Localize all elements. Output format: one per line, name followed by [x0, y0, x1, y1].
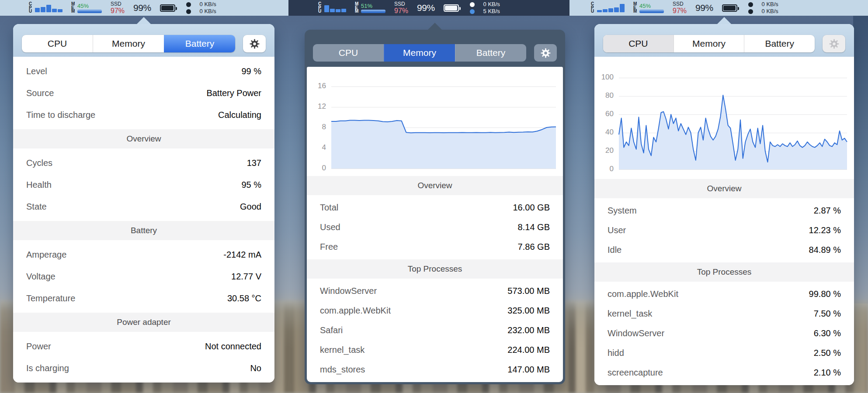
cpu-panel-header: CPUMemoryBattery: [594, 24, 854, 57]
stat-row: Idle84.89 %: [594, 240, 854, 260]
cpu-mini-bar: [608, 8, 613, 12]
stat-row: Temperature30.58 °C: [13, 287, 274, 309]
section-rows: Amperage-2142 mAVoltage12.77 VTemperatur…: [13, 240, 274, 313]
row-value: 573.00 MB: [507, 286, 550, 296]
wallpaper-shadow: [853, 16, 868, 303]
row-value: 224.00 MB: [507, 345, 550, 355]
settings-button[interactable]: [243, 35, 266, 52]
row-value: 12.23 %: [809, 225, 841, 235]
battery-nub: [738, 7, 739, 10]
section-rows: Cycles137Health95 %StateGood: [13, 148, 274, 221]
row-value: 99 %: [241, 66, 261, 76]
network-speed-widget[interactable]: 0 KB/s 0 KB/s: [762, 1, 778, 15]
stat-row: com.apple.WebKit325.00 MB: [307, 301, 563, 321]
download-dot-icon: [186, 9, 191, 14]
row-value: 6.30 %: [814, 328, 841, 338]
tab-memory[interactable]: Memory: [674, 35, 744, 52]
stat-row: Cycles137: [13, 152, 274, 174]
battery-fill: [445, 6, 458, 10]
stats-menubar-widgets-1[interactable]: CPU MEM 45% SSD 97% 99% 0 KB/s 0 KB/s: [29, 0, 216, 16]
battery-fill: [161, 6, 174, 10]
menubar-memory-widget[interactable]: MEM 45%: [633, 2, 664, 14]
cpu-mini-bar: [597, 10, 602, 12]
stat-row: Voltage12.77 V: [13, 265, 274, 287]
menubar-cpu-widget[interactable]: CPU: [591, 2, 625, 14]
settings-button[interactable]: [534, 44, 557, 62]
stats-menubar-widgets-3[interactable]: CPU MEM 45% SSD 97% 99% 0 KB/s 0 KB/s: [591, 0, 778, 16]
tab-cpu[interactable]: CPU: [313, 44, 384, 62]
network-speed-widget[interactable]: 0 KB/s 0 KB/s: [200, 1, 216, 15]
stat-row: com.apple.WebKit99.80 %: [594, 284, 854, 304]
row-value: 7.50 %: [814, 309, 841, 319]
network-activity-dots[interactable]: [470, 2, 475, 14]
tab-battery[interactable]: Battery: [164, 35, 235, 52]
settings-button[interactable]: [823, 35, 845, 52]
memory-popover: CPUMemoryBattery 1612840 OverviewTotal16…: [305, 30, 565, 384]
row-value: 232.00 MB: [507, 325, 550, 335]
battery-icon[interactable]: [444, 4, 459, 12]
row-label: screencapture: [608, 368, 663, 378]
menubar-memory-widget[interactable]: MEM 45%: [71, 2, 102, 14]
network-activity-dots[interactable]: [748, 2, 753, 14]
stat-row: User12.23 %: [594, 221, 854, 240]
menubar-ssd-widget[interactable]: SSD 97%: [394, 1, 408, 14]
desktop: { "menubar": { "segments": [ { "theme": …: [0, 0, 868, 393]
stat-row: Safari232.00 MB: [307, 321, 563, 340]
tab-bar: CPUMemoryBattery: [22, 35, 235, 52]
section-rows: com.apple.WebKit99.80 %kernel_task7.50 %…: [594, 282, 854, 385]
tab-memory[interactable]: Memory: [93, 35, 164, 52]
cpu-vertical-label: CPU: [318, 2, 323, 14]
row-value: 7.86 GB: [518, 242, 550, 252]
row-label: Power: [26, 341, 51, 352]
row-value: 12.77 V: [231, 272, 261, 282]
tab-battery[interactable]: Battery: [744, 35, 815, 52]
section-header: Overview: [307, 176, 563, 195]
row-label: Level: [26, 66, 47, 76]
stats-menubar-widgets-2[interactable]: CPU MEM 51% SSD 97% 99% 0 KB/s 5 KB/s: [318, 0, 500, 16]
stat-row: Used8.14 GB: [307, 217, 563, 237]
network-speed-widget[interactable]: 0 KB/s 5 KB/s: [483, 1, 500, 15]
chart-series: [331, 67, 556, 176]
stat-row: WindowServer573.00 MB: [307, 281, 563, 301]
cpu-mini-bar: [341, 9, 346, 12]
row-value: 325.00 MB: [507, 306, 550, 316]
row-value: 137: [247, 158, 261, 168]
stat-row: Amperage-2142 mA: [13, 244, 274, 265]
gear-icon: [540, 47, 552, 59]
download-dot-icon: [470, 9, 475, 14]
row-label: mds_stores: [320, 365, 365, 375]
battery-icon[interactable]: [160, 4, 175, 12]
ssd-label: SSD: [394, 1, 405, 7]
row-value: 2.10 %: [814, 368, 841, 378]
section-header: Overview: [13, 129, 274, 148]
battery-panel-body: Level99 %SourceBattery PowerTime to disc…: [13, 57, 274, 383]
tab-battery[interactable]: Battery: [455, 44, 526, 62]
cpu-mini-bar: [35, 8, 40, 12]
tab-memory[interactable]: Memory: [384, 44, 455, 62]
tab-cpu[interactable]: CPU: [603, 35, 674, 52]
battery-icon[interactable]: [722, 4, 737, 12]
stat-row: System2.87 %: [594, 201, 854, 221]
menubar-ssd-widget[interactable]: SSD 97%: [111, 1, 125, 14]
y-tick-label: 4: [307, 143, 326, 152]
row-label: Health: [26, 180, 52, 190]
battery-percent[interactable]: 99%: [695, 3, 713, 13]
row-label: kernel_task: [608, 309, 652, 319]
cpu-mini-bar: [324, 5, 329, 12]
menubar-ssd-widget[interactable]: SSD 97%: [673, 1, 687, 14]
menubar-memory-widget[interactable]: MEM 51%: [355, 2, 385, 14]
stat-row: SourceBattery Power: [13, 82, 274, 104]
battery-percent[interactable]: 99%: [417, 3, 435, 13]
stat-row: PowerNot connected: [13, 335, 274, 357]
network-activity-dots[interactable]: [186, 2, 191, 14]
y-tick-label: 0: [307, 164, 326, 172]
row-value: -2142 mA: [223, 250, 261, 260]
row-value: 2.87 %: [814, 206, 841, 216]
tab-cpu[interactable]: CPU: [22, 35, 93, 52]
menubar-cpu-widget[interactable]: CPU: [29, 2, 62, 14]
cpu-mini-bar: [330, 9, 335, 12]
battery-percent[interactable]: 99%: [133, 3, 151, 13]
download-speed: 0 KB/s: [762, 8, 778, 15]
menubar-cpu-widget[interactable]: CPU: [318, 2, 346, 14]
y-tick-label: 16: [307, 82, 326, 90]
